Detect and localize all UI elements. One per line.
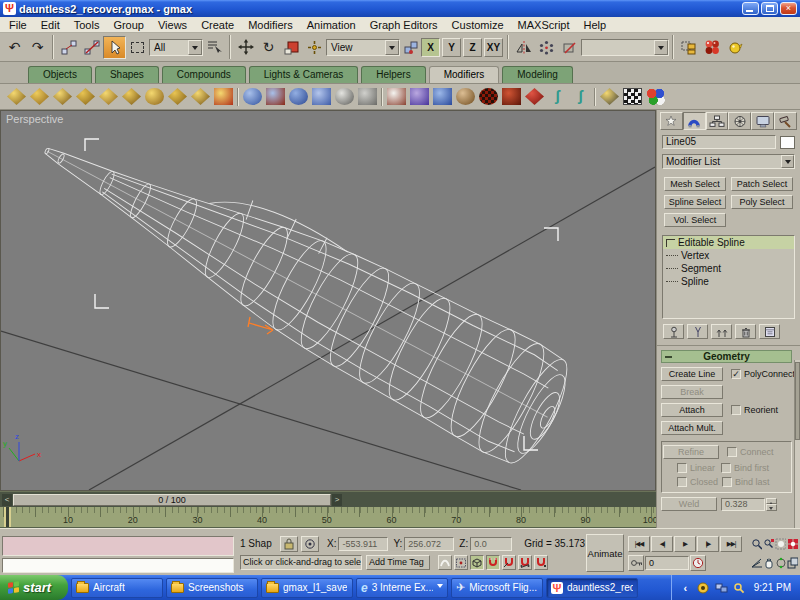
network-tray-icon[interactable] — [715, 581, 728, 594]
undo-button[interactable]: ↶ — [3, 36, 26, 59]
min-max-toggle-button[interactable] — [787, 555, 798, 571]
modifier-mesh-select-icon[interactable] — [433, 88, 452, 105]
taskbar-item-aircraft[interactable]: Aircraft — [71, 578, 163, 598]
search-tray-icon[interactable] — [733, 581, 746, 594]
refine-button[interactable]: Refine — [663, 445, 719, 459]
spinner-down-icon[interactable] — [766, 504, 777, 511]
modifier-ripple-icon[interactable] — [191, 88, 210, 105]
zoom-all-button[interactable] — [763, 536, 774, 552]
modifier-twist-icon[interactable] — [53, 88, 72, 105]
next-frame-button[interactable]: |▶ — [697, 536, 719, 552]
play-button[interactable]: ▶ — [674, 536, 696, 552]
arc-rotate-button[interactable] — [775, 555, 786, 571]
array-button[interactable] — [677, 36, 700, 59]
tab-utilities[interactable] — [774, 112, 797, 130]
taskbar-item-gmax-l1-save[interactable]: gmax_l1_save — [261, 578, 353, 598]
pin-stack-button[interactable] — [663, 324, 684, 339]
go-to-start-button[interactable]: |◀◀ — [628, 536, 650, 552]
modifier-material-id-icon[interactable] — [646, 88, 665, 105]
button-spline-select[interactable]: Spline Select — [664, 195, 726, 209]
pan-button[interactable] — [763, 555, 774, 571]
minimize-button[interactable] — [742, 2, 759, 15]
tab-create[interactable] — [660, 112, 683, 130]
z-coordinate-field[interactable]: 0.0 — [470, 537, 512, 551]
add-time-tag[interactable]: Add Time Tag — [366, 555, 430, 570]
spinner-snap-button[interactable] — [534, 555, 548, 570]
modifier-extrude-icon[interactable] — [243, 88, 262, 105]
modifier-map-sphere-icon[interactable] — [479, 88, 498, 105]
viewport-label[interactable]: Perspective — [6, 113, 63, 125]
previous-frame-arrow[interactable]: < — [2, 494, 12, 506]
close-button[interactable]: × — [780, 2, 797, 15]
poly-connect-checkbox[interactable]: ✓ — [731, 369, 741, 379]
modifier-ffd-icon[interactable] — [387, 88, 406, 105]
select-and-rotate-button[interactable]: ↻ — [257, 36, 280, 59]
axis-constraint-y[interactable]: Y — [442, 38, 461, 57]
configure-modifier-sets-button[interactable] — [759, 324, 780, 339]
rectangular-selection-region-button[interactable] — [126, 36, 149, 59]
make-unique-button[interactable] — [711, 324, 732, 339]
y-coordinate-field[interactable]: 256.072 — [404, 537, 454, 551]
selection-lock-button[interactable] — [280, 536, 298, 552]
modifier-squeeze-icon[interactable] — [122, 88, 141, 105]
closed-checkbox[interactable] — [677, 477, 687, 487]
menu-file[interactable]: File — [2, 18, 34, 32]
perspective-viewport[interactable]: x y z Perspective — [0, 110, 656, 491]
modifier-xform-gizmo-icon[interactable] — [214, 88, 233, 105]
next-frame-arrow[interactable]: > — [332, 494, 342, 506]
tab-lights-cameras[interactable]: Lights & Cameras — [249, 66, 358, 83]
show-end-result-button[interactable] — [687, 324, 708, 339]
stack-item-vertex[interactable]: Vertex — [663, 249, 794, 262]
field-of-view-button[interactable] — [751, 555, 762, 571]
tab-hierarchy[interactable] — [706, 112, 729, 130]
select-and-move-button[interactable] — [234, 36, 257, 59]
menu-graph-editors[interactable]: Graph Editors — [363, 18, 445, 32]
break-button[interactable]: Break — [661, 385, 723, 399]
zoom-extents-button[interactable] — [775, 536, 786, 552]
menu-views[interactable]: Views — [151, 18, 194, 32]
attach-button[interactable]: Attach — [661, 403, 723, 417]
geometry-rollout-header[interactable]: Geometry — [661, 350, 792, 363]
tab-helpers[interactable]: Helpers — [361, 66, 425, 83]
object-color-swatch[interactable] — [780, 136, 795, 149]
modifier-stretch-icon[interactable] — [99, 88, 118, 105]
use-pivot-point-button[interactable] — [400, 36, 420, 59]
button-poly-select[interactable]: Poly Select — [731, 195, 793, 209]
taskbar-clock[interactable]: 9:21 PM — [754, 582, 791, 593]
taskbar-item-3-interne-ex[interactable]: e3 Interne Ex... — [356, 578, 448, 598]
weld-button[interactable]: Weld — [661, 497, 717, 511]
connect-checkbox[interactable] — [727, 447, 737, 457]
modifier-substitute-icon[interactable] — [623, 88, 642, 105]
taskbar-item-screenshots[interactable]: Screenshots — [166, 578, 258, 598]
modifier-optimize-icon[interactable] — [358, 88, 377, 105]
zoom-button[interactable] — [751, 536, 762, 552]
tab-compounds[interactable]: Compounds — [162, 66, 246, 83]
zoom-extents-all-button[interactable] — [787, 536, 798, 552]
weld-threshold-field[interactable]: 0.328 — [721, 498, 765, 511]
modifier-xform-icon[interactable] — [600, 88, 619, 105]
menu-modifiers[interactable]: Modifiers — [241, 18, 300, 32]
select-and-manipulate-button[interactable] — [303, 36, 326, 59]
snap-grid-button[interactable] — [454, 555, 468, 570]
modifier-meshsmooth-icon[interactable] — [335, 88, 354, 105]
messenger-tray-icon[interactable] — [697, 581, 710, 594]
dropdown-arrow-button[interactable] — [188, 40, 202, 55]
set-key-button[interactable] — [628, 555, 644, 571]
time-configuration-button[interactable] — [690, 555, 706, 571]
taskbar-item-dauntless2-rec[interactable]: Ψdauntless2_rec... — [546, 578, 638, 598]
modifier-relax-icon[interactable] — [168, 88, 187, 105]
axis-constraint-z[interactable]: Z — [463, 38, 482, 57]
object-name-field[interactable]: Line05 — [662, 135, 776, 149]
dropdown-arrow-button[interactable] — [385, 40, 399, 55]
reference-coordinate-dropdown[interactable]: View — [326, 39, 400, 56]
go-to-end-button[interactable]: ▶▶| — [720, 536, 742, 552]
time-slider-track[interactable]: < 0 / 100 > — [0, 491, 656, 507]
scrollbar-thumb[interactable] — [795, 362, 800, 440]
select-object-button[interactable] — [103, 36, 126, 59]
modifier-edit-patch-icon[interactable] — [312, 88, 331, 105]
x-coordinate-field[interactable]: -553.911 — [338, 537, 388, 551]
mirror-button[interactable] — [512, 36, 535, 59]
redo-button[interactable]: ↷ — [26, 36, 49, 59]
tab-motion[interactable] — [728, 112, 751, 130]
select-by-name-button[interactable] — [203, 36, 226, 59]
